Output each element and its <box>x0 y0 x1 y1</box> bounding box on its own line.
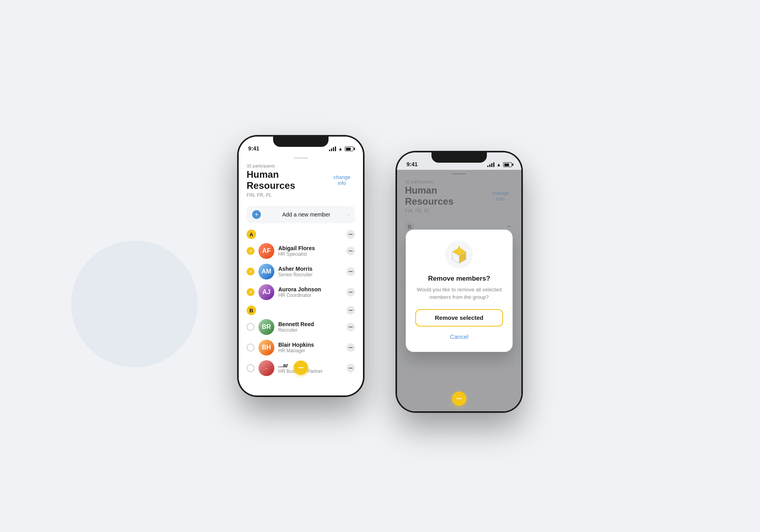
floating-minus-left[interactable] <box>294 361 308 375</box>
member-row-blair-left: BH Blair Hopkins HR Manager <box>239 337 363 358</box>
member-name-asher: Asher Morris <box>278 266 342 272</box>
group-title-row-left: Human Resources change info <box>247 169 355 191</box>
floating-minus-right[interactable] <box>452 391 466 406</box>
avatar-asher: AM <box>258 264 274 279</box>
wifi-icon-left: ▲ <box>338 146 343 152</box>
member-row-abigail: AF Abigail Flores HR Specialist <box>239 241 363 261</box>
member-row-asher: AM Asher Morris Senior Recruiter <box>239 261 363 282</box>
member-role-aurora: HR Coordinator <box>278 293 342 298</box>
participants-count-left: 32 participants <box>247 163 355 168</box>
notch-left <box>273 137 329 147</box>
screen-left: 32 participants Human Resources change i… <box>239 154 363 395</box>
checkbox-asher[interactable] <box>247 268 255 276</box>
member-row-aurora: AJ Aurora Johnson HR Coordinator <box>239 282 363 302</box>
member-info-aurora: Aurora Johnson HR Coordinator <box>278 286 342 298</box>
modal-icon-container <box>445 241 473 268</box>
member-minus-other-left[interactable] <box>346 364 355 372</box>
signal-icon-right <box>487 162 494 167</box>
checkbox-bennett-left[interactable] <box>247 323 255 331</box>
modal-remove-button[interactable]: Remove selected <box>415 309 503 327</box>
section-a-header: A <box>239 226 363 241</box>
chevron-right-icon-left: › <box>348 211 350 218</box>
checkbox-other-left[interactable] <box>247 364 255 372</box>
section-a-letter: A <box>247 230 256 239</box>
checkbox-abigail[interactable] <box>247 247 255 255</box>
phone-left: 9:41 ▲ <box>238 135 364 397</box>
modal-title: Remove members? <box>415 275 503 283</box>
add-icon-left: + <box>252 210 261 219</box>
member-minus-aurora[interactable] <box>346 288 355 296</box>
member-info-bennett-left: Bennett Reed Recruiter <box>278 321 342 333</box>
group-header-left: 32 participants Human Resources change i… <box>239 163 363 203</box>
phone-right-inner: 9:41 ▲ <box>397 152 521 411</box>
section-b-header-left: B <box>239 302 363 317</box>
section-b-letter-left: B <box>247 306 256 315</box>
member-info-asher: Asher Morris Senior Recruiter <box>278 266 342 277</box>
member-name-aurora: Aurora Johnson <box>278 286 342 293</box>
member-role-blair-left: HR Manager <box>278 348 342 353</box>
avatar-blair-left: BH <box>258 340 274 355</box>
avatar-aurora: AJ <box>258 284 274 300</box>
member-role-bennett-left: Recruiter <box>278 327 342 333</box>
wifi-icon-right: ▲ <box>496 162 501 167</box>
member-name-other-left: ...ar <box>278 362 342 369</box>
checkbox-blair-left[interactable] <box>247 344 255 352</box>
modal-overlay: Remove members? Would you like to remove… <box>397 170 521 411</box>
phones-container: 9:41 ▲ <box>238 135 522 397</box>
bg-circle <box>71 241 198 367</box>
avatar-bennett-left: BR <box>258 319 274 335</box>
member-name-abigail: Abigail Flores <box>278 245 342 251</box>
section-a-minus[interactable] <box>346 230 355 239</box>
member-role-asher: Senior Recruiter <box>278 272 342 277</box>
signal-icon-left <box>329 146 336 151</box>
member-name-blair-left: Blair Hopkins <box>278 342 342 348</box>
battery-icon-left <box>345 146 353 151</box>
member-minus-abigail[interactable] <box>346 247 355 255</box>
change-info-btn-left[interactable]: change info <box>329 174 355 186</box>
section-b-minus-left[interactable] <box>346 306 355 315</box>
modal-description: Would you like to remove all selected me… <box>415 286 503 301</box>
modal-cancel-button[interactable]: Cancel <box>415 330 503 344</box>
drag-handle-left <box>294 157 308 159</box>
screen-right: 32 participants Human Resources change i… <box>397 170 521 411</box>
status-time-left: 9:41 <box>248 145 259 152</box>
member-info-other-left: ...ar HR Business Partner <box>278 362 342 374</box>
checkbox-aurora[interactable] <box>247 288 255 296</box>
group-title-left: Human Resources <box>247 169 329 191</box>
member-minus-bennett-left[interactable] <box>346 323 355 331</box>
member-role-other-left: HR Business Partner <box>278 369 342 374</box>
member-info-blair-left: Blair Hopkins HR Manager <box>278 342 342 353</box>
status-time-right: 9:41 <box>407 161 418 167</box>
svg-marker-7 <box>458 245 461 248</box>
battery-icon-right <box>503 162 512 167</box>
status-icons-left: ▲ <box>329 146 353 152</box>
box-3d-icon <box>449 244 469 265</box>
member-minus-asher[interactable] <box>346 267 355 276</box>
add-member-btn-left[interactable]: + Add a new member › <box>247 206 355 223</box>
member-info-abigail: Abigail Flores HR Specialist <box>278 245 342 257</box>
member-minus-blair-left[interactable] <box>346 343 355 352</box>
avatar-abigail: AF <box>258 243 274 259</box>
status-icons-right: ▲ <box>487 162 512 167</box>
phone-left-inner: 9:41 ▲ <box>239 137 363 395</box>
avatar-other-left: ← <box>258 360 274 376</box>
modal-card: Remove members? Would you like to remove… <box>406 230 513 352</box>
member-row-bennett-left: BR Bennett Reed Recruiter <box>239 317 363 337</box>
member-name-bennett-left: Bennett Reed <box>278 321 342 327</box>
group-languages-left: FIN, FR, PL <box>247 192 355 198</box>
add-member-text-left: Add a new member <box>265 211 348 218</box>
member-role-abigail: HR Specialist <box>278 251 342 257</box>
phone-right: 9:41 ▲ <box>396 151 522 412</box>
notch-right <box>431 152 487 163</box>
